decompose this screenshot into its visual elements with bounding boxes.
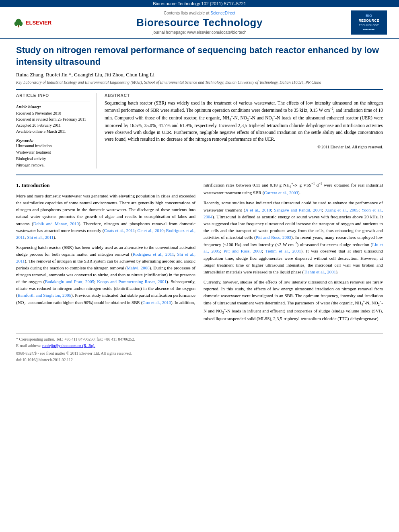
elsevier-logo: ELSEVIER xyxy=(13,17,51,28)
elsevier-tree-icon xyxy=(13,17,24,28)
received-date: Received 5 November 2010 xyxy=(16,110,90,116)
right-para-3: Currently, however, studies of the effec… xyxy=(204,279,383,322)
elsevier-logo-area: ELSEVIER xyxy=(12,17,52,28)
article-info: ARTICLE INFO Article history: Received 5… xyxy=(16,93,97,168)
ref-ge[interactable]: Ge et al., 2010 xyxy=(138,228,164,233)
ref-ji[interactable]: Ji et al., 2010 xyxy=(245,207,271,212)
keyword-4: Nitrogen removal xyxy=(16,162,90,168)
footnote-star: * Corresponding author. Tel.: +86 411 84… xyxy=(16,336,383,343)
abstract-text: Sequencing batch reactor (SBR) was widel… xyxy=(105,100,383,143)
ref-koops[interactable]: Koops and Pommerening-Roser, 2001 xyxy=(97,279,167,284)
available-date: Available online 5 March 2011 xyxy=(16,128,90,134)
article-info-title: ARTICLE INFO xyxy=(16,93,90,98)
intro-para-2: Sequencing batch reactor (SBR) has been … xyxy=(16,244,195,307)
ref-debik[interactable]: Debik and Manav, 2010 xyxy=(33,221,79,226)
svg-point-2 xyxy=(14,21,18,26)
history-label: Article history: xyxy=(16,105,90,109)
ref-budakoglu[interactable]: Budakoglu and Pratt, 2005 xyxy=(45,279,94,284)
body-columns: 1. Introduction More and more domestic w… xyxy=(16,181,383,325)
keyword-2: Wastewater treatment xyxy=(16,149,90,156)
ref-guo[interactable]: Guo et al., 2010 xyxy=(142,300,171,305)
info-abstract-section: ARTICLE INFO Article history: Received 5… xyxy=(16,93,383,168)
ref-pitt[interactable]: Pitt and Ross, 2003 xyxy=(256,235,291,240)
abstract-section: ABSTRACT Sequencing batch reactor (SBR) … xyxy=(105,93,383,168)
ref-tiehm1[interactable]: Tiehm et al., 2001 xyxy=(265,249,301,253)
right-para-1: nitrification rates between 0.11 and 0.1… xyxy=(204,181,383,196)
journal-center: Contents lists available at ScienceDirec… xyxy=(52,11,347,35)
intro-para-1: More and more domestic wastewater was ge… xyxy=(16,193,195,240)
keywords-section: Keywords: Ultrasound irradiation Wastewa… xyxy=(16,138,90,168)
keyword-1: Ultrasound irradiation xyxy=(16,143,90,149)
ref-sangave[interactable]: Sangave and Pandit, 2004 xyxy=(274,207,322,212)
main-content: Study on nitrogen removal performance of… xyxy=(0,39,399,368)
ref-carrera[interactable]: Carrera et al., 2003 xyxy=(264,190,298,195)
ref-tiehm2[interactable]: Tiehm et al., 2001 xyxy=(304,269,336,274)
right-para-2: Recently, some studies have indicated th… xyxy=(204,199,383,275)
ref-xiang[interactable]: Xiang et al., 2005 xyxy=(325,207,359,212)
journal-header: ELSEVIER Contents lists available at Sci… xyxy=(0,7,399,39)
intro-heading: 1. Introduction xyxy=(16,181,195,189)
section-divider-thick xyxy=(16,89,383,90)
authors: Ruina Zhang, Ruofei Jin *, Guangfei Liu,… xyxy=(16,72,383,78)
col-right: nitrification rates between 0.11 and 0.1… xyxy=(204,181,383,325)
journal-citation: Bioresource Technology 102 (2011) 5717–5… xyxy=(153,1,246,6)
footnote-email-link[interactable]: ruofejin@yahoo.com.cn (R. Jin). xyxy=(42,343,95,348)
svg-point-3 xyxy=(19,21,23,26)
ref-shi1[interactable]: Shi et al., 2011 xyxy=(27,235,53,240)
accepted-date: Accepted 26 February 2011 xyxy=(16,122,90,128)
sciencedirect-line: Contents lists available at ScienceDirec… xyxy=(52,11,347,15)
page-footer: * Corresponding author. Tel.: +86 411 84… xyxy=(16,333,383,362)
journal-homepage: journal homepage: www.elsevier.com/locat… xyxy=(52,30,347,35)
footer-doi: doi:10.1016/j.biortech.2011.02.112 xyxy=(16,357,383,362)
keywords-label: Keywords: xyxy=(16,138,90,143)
footer-issn: 0960-8524/$ - see front matter © 2011 El… xyxy=(16,351,383,355)
copyright-line: © 2011 Elsevier Ltd. All rights reserved… xyxy=(105,145,383,149)
ref-mahvi[interactable]: Mahvi, 2008 xyxy=(127,265,149,270)
bioresource-logo-area: BIO RESOURCE TECHNOLOGY ■■■■■■■■ xyxy=(347,10,387,35)
article-title: Study on nitrogen removal performance of… xyxy=(16,45,383,68)
footnote-email: E-mail address: ruofejin@yahoo.com.cn (R… xyxy=(16,343,383,349)
bioresource-logo: BIO RESOURCE TECHNOLOGY ■■■■■■■■ xyxy=(351,10,387,35)
sciencedirect-link[interactable]: ScienceDirect xyxy=(210,11,235,15)
body-top-divider xyxy=(16,175,383,175)
ref-coats[interactable]: Coats et al., 2011 xyxy=(104,228,135,233)
ref-bamforth[interactable]: Bamforth and Singleton, 2005 xyxy=(18,293,71,298)
top-bar: Bioresource Technology 102 (2011) 5717–5… xyxy=(0,0,399,7)
ref-rodriguez2[interactable]: Rodríguez et al., 2011 xyxy=(133,252,174,257)
col-left: 1. Introduction More and more domestic w… xyxy=(16,181,195,325)
abstract-title: ABSTRACT xyxy=(105,93,383,98)
journal-title: Bioresource Technology xyxy=(52,16,347,29)
ref-pitt2[interactable]: Pitt and Ross, 2003 xyxy=(224,249,262,253)
revised-date: Received in revised form 25 February 201… xyxy=(16,116,90,122)
affiliation: Key Laboratory of Industrial Ecology and… xyxy=(16,80,383,84)
elsevier-text: ELSEVIER xyxy=(26,20,51,26)
info-divider xyxy=(16,101,90,101)
keyword-3: Biological activity xyxy=(16,156,90,162)
